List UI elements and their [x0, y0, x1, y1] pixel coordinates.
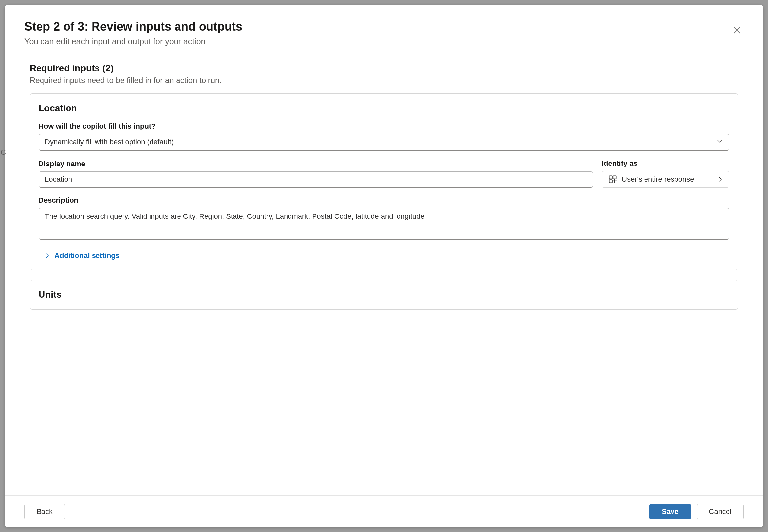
review-inputs-modal: Step 2 of 3: Review inputs and outputs Y… — [5, 5, 763, 527]
additional-settings-toggle[interactable]: Additional settings — [38, 251, 730, 260]
identify-as-button[interactable]: User's entire response — [602, 171, 730, 188]
fill-input-value: Dynamically fill with best option (defau… — [45, 138, 173, 146]
description-label: Description — [38, 196, 730, 205]
modal-body: Required inputs (2) Required inputs need… — [5, 56, 763, 495]
svg-rect-2 — [609, 180, 612, 183]
additional-settings-label: Additional settings — [54, 251, 119, 260]
chevron-right-icon — [44, 253, 50, 259]
description-input[interactable] — [38, 208, 730, 240]
svg-rect-0 — [609, 176, 612, 179]
close-button[interactable] — [730, 24, 744, 38]
input-card-location: Location How will the copilot fill this … — [30, 93, 738, 270]
required-inputs-description: Required inputs need to be filled in for… — [30, 76, 738, 85]
modal-title: Step 2 of 3: Review inputs and outputs — [24, 20, 243, 34]
input-card-units: Units — [30, 280, 738, 310]
display-name-label: Display name — [38, 160, 593, 168]
input-card-title: Units — [38, 290, 730, 300]
identify-as-label: Identify as — [602, 159, 730, 168]
chevron-right-icon — [717, 176, 723, 182]
display-name-input[interactable] — [38, 171, 593, 188]
modal-header: Step 2 of 3: Review inputs and outputs Y… — [5, 5, 763, 56]
identify-as-value: User's entire response — [622, 175, 694, 184]
cancel-button[interactable]: Cancel — [697, 504, 744, 519]
back-button[interactable]: Back — [24, 504, 65, 519]
required-inputs-heading: Required inputs (2) — [30, 63, 738, 74]
modal-footer: Back Save Cancel — [5, 495, 763, 527]
background-peek-text: C — [1, 148, 6, 157]
fill-input-select[interactable]: Dynamically fill with best option (defau… — [38, 134, 730, 151]
save-button[interactable]: Save — [650, 504, 691, 519]
close-icon — [732, 26, 742, 35]
input-card-title: Location — [38, 103, 730, 114]
chevron-down-icon — [716, 138, 723, 145]
fill-input-label: How will the copilot fill this input? — [38, 122, 730, 131]
entity-icon — [608, 175, 617, 184]
svg-rect-1 — [613, 176, 616, 179]
modal-subtitle: You can edit each input and output for y… — [24, 37, 243, 46]
